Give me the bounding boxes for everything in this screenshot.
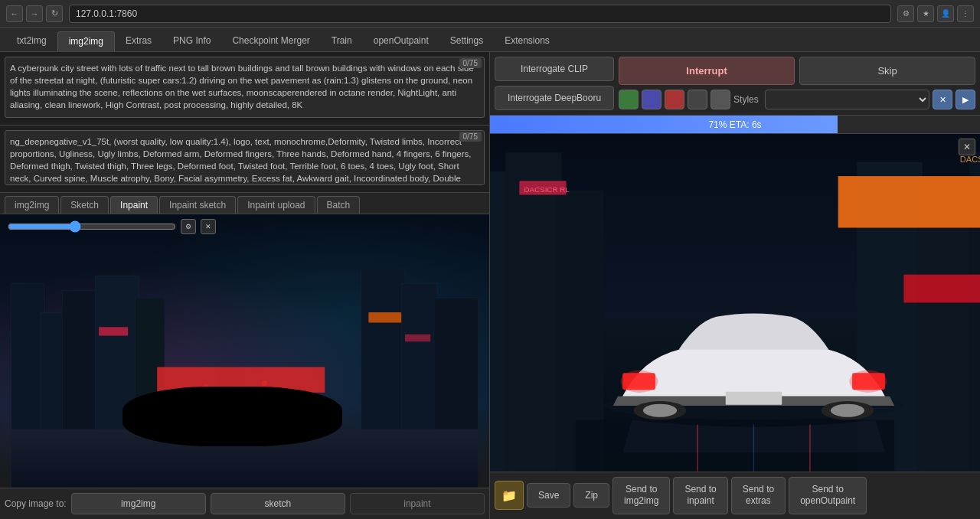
interrogate-deepbooru-btn[interactable]: Interrogate DeepBooru: [495, 86, 614, 110]
tab-png-info[interactable]: PNG Info: [162, 31, 221, 51]
right-panel: Interrogate CLIP Interrogate DeepBooru I…: [490, 52, 980, 519]
bottom-actions: 📁 Save Zip Send toimg2img Send toinpaint…: [490, 472, 980, 519]
open-folder-btn[interactable]: 📁: [495, 481, 524, 510]
left-panel: 0/75 A cyberpunk city street with lots o…: [0, 52, 490, 519]
svg-rect-11: [405, 335, 430, 342]
back-button[interactable]: ←: [6, 5, 23, 22]
negative-prompt-textarea[interactable]: ng_deepnegative_v1_75t, (worst quality, …: [5, 130, 485, 185]
svg-point-49: [621, 370, 658, 393]
svg-rect-27: [505, 152, 561, 471]
tab-inpaint[interactable]: Inpaint: [110, 196, 158, 214]
img2img-tabs: img2img Sketch Inpaint Inpaint sketch In…: [0, 193, 489, 214]
svg-point-50: [849, 370, 887, 393]
negative-prompt-section: 0/75 ng_deepnegative_v1_75t, (worst qual…: [0, 126, 489, 193]
svg-point-44: [831, 404, 864, 417]
main-container: 0/75 A cyberpunk city street with lots o…: [0, 52, 980, 519]
refresh-button[interactable]: ↻: [46, 5, 63, 22]
browser-extension-icons: ⚙ ★ 👤 ⋮: [897, 5, 974, 22]
zip-button[interactable]: Zip: [573, 483, 609, 508]
input-image-container[interactable]: ⚙ ✕: [0, 214, 489, 488]
input-image-bg: [0, 214, 489, 488]
send-inpaint-label: Send toinpaint: [684, 484, 716, 507]
positive-prompt-textarea[interactable]: A cyberpunk city street with lots of tra…: [5, 57, 485, 118]
svg-rect-33: [838, 176, 980, 227]
style-color-btn-5[interactable]: [710, 90, 730, 109]
generate-column: Interrupt Skip Styles ✕: [619, 57, 975, 110]
send-extras-label: Send toextras: [743, 484, 774, 507]
send-openoutpaint-label: Send toopenOutpaint: [800, 484, 855, 507]
tab-settings[interactable]: Settings: [439, 31, 494, 51]
forward-button[interactable]: →: [26, 5, 43, 22]
output-image-container: DACSICR RL: [490, 134, 980, 472]
negative-prompt-counter: 0/75: [459, 132, 482, 142]
extension-icon-4[interactable]: ⋮: [957, 5, 974, 22]
progress-text: 71% ETA: 6s: [490, 116, 980, 133]
progress-bar-container: 71% ETA: 6s: [490, 116, 980, 134]
copy-to-sketch-btn[interactable]: sketch: [211, 493, 345, 514]
tab-train[interactable]: Train: [321, 31, 363, 51]
interrogate-buttons: Interrogate CLIP Interrogate DeepBooru: [495, 57, 614, 110]
styles-apply-icon: ✕: [939, 95, 946, 105]
tab-inpaint-sketch[interactable]: Inpaint sketch: [159, 196, 236, 214]
send-to-extras-btn[interactable]: Send toextras: [731, 477, 786, 514]
save-button[interactable]: Save: [527, 483, 570, 508]
svg-rect-34: [903, 275, 980, 303]
browser-chrome: ← → ↻ ⚙ ★ 👤 ⋮: [0, 0, 980, 28]
styles-label: Styles: [733, 94, 759, 105]
styles-save-icon: ▶: [962, 95, 969, 105]
interrogate-clip-btn[interactable]: Interrogate CLIP: [495, 57, 614, 81]
send-to-inpaint-btn[interactable]: Send toinpaint: [673, 477, 727, 514]
send-to-openoutpaint-btn[interactable]: Send toopenOutpaint: [789, 477, 867, 514]
tab-inpaint-upload[interactable]: Inpaint upload: [237, 196, 315, 214]
brush-settings-icon[interactable]: ⚙: [181, 219, 196, 234]
style-color-btn-1[interactable]: [619, 90, 639, 109]
styles-apply-btn[interactable]: ✕: [933, 90, 952, 109]
extension-icon-1[interactable]: ⚙: [897, 5, 914, 22]
positive-prompt-counter: 0/75: [459, 58, 482, 68]
tab-batch[interactable]: Batch: [317, 196, 361, 214]
brush-slider-container: ⚙ ✕: [8, 219, 466, 234]
right-top-controls: Interrogate CLIP Interrogate DeepBooru I…: [490, 52, 980, 116]
copy-to-img2img-btn[interactable]: img2img: [71, 493, 206, 514]
svg-text:DACSICR RL: DACSICR RL: [960, 155, 980, 164]
skip-button[interactable]: Skip: [799, 57, 975, 85]
style-color-btn-3[interactable]: [665, 90, 684, 109]
svg-text:DACSICR RL: DACSICR RL: [524, 185, 570, 194]
extension-icon-3[interactable]: 👤: [937, 5, 954, 22]
copy-image-row: Copy image to: img2img sketch inpaint: [0, 488, 489, 519]
style-color-btn-2[interactable]: [642, 90, 662, 109]
tab-openoutpaint[interactable]: openOutpaint: [363, 31, 439, 51]
copy-image-label: Copy image to:: [5, 498, 67, 509]
svg-rect-10: [368, 313, 401, 323]
styles-select[interactable]: [765, 90, 929, 109]
url-bar[interactable]: [69, 5, 891, 23]
close-input-image-btn[interactable]: ✕: [201, 219, 216, 234]
inpaint-mask-area: [122, 387, 343, 447]
tab-img2img[interactable]: img2img: [57, 31, 115, 51]
styles-save-btn[interactable]: ▶: [956, 90, 975, 109]
tab-sketch[interactable]: Sketch: [60, 196, 109, 214]
svg-point-43: [643, 404, 677, 417]
styles-row: Styles ✕ ▶: [619, 90, 975, 109]
brush-size-slider[interactable]: [8, 220, 176, 233]
send-to-img2img-btn[interactable]: Send toimg2img: [612, 477, 670, 514]
top-navigation: txt2img img2img Extras PNG Info Checkpoi…: [0, 28, 980, 52]
tab-txt2img[interactable]: txt2img: [6, 31, 57, 51]
tab-checkpoint-merger[interactable]: Checkpoint Merger: [221, 31, 320, 51]
close-output-btn[interactable]: ✕: [959, 139, 975, 155]
interrupt-skip-row: Interrupt Skip: [619, 57, 975, 85]
interrupt-button[interactable]: Interrupt: [619, 57, 795, 85]
svg-rect-40: [726, 392, 782, 405]
tab-extras[interactable]: Extras: [115, 31, 162, 51]
tab-img2img-sub[interactable]: img2img: [5, 196, 59, 214]
tab-extensions[interactable]: Extensions: [494, 31, 560, 51]
style-color-btn-4[interactable]: [688, 90, 707, 109]
browser-nav-buttons: ← → ↻: [6, 5, 63, 22]
positive-prompt-section: 0/75 A cyberpunk city street with lots o…: [0, 52, 489, 126]
extension-icon-2[interactable]: ★: [917, 5, 934, 22]
copy-to-inpaint-btn[interactable]: inpaint: [350, 493, 485, 514]
folder-icon: 📁: [501, 488, 517, 503]
output-image-bg: DACSICR RL: [490, 134, 980, 472]
svg-rect-9: [99, 328, 128, 336]
output-scene-svg: DACSICR RL: [490, 134, 980, 472]
